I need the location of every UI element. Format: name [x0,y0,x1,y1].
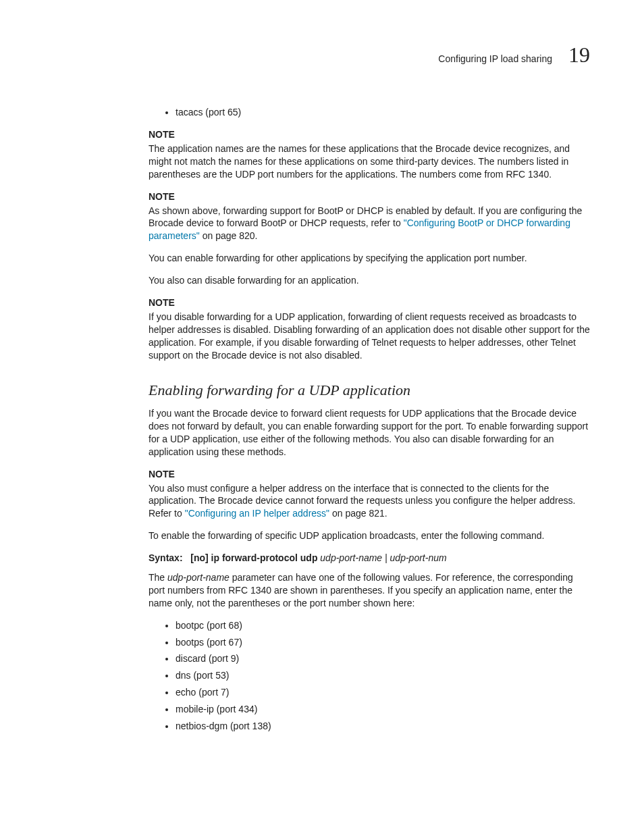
paragraph: To enable the forwarding of specific UDP… [149,529,590,542]
syntax-label: Syntax: [149,552,183,563]
syntax-command: [no] ip forward-protocol udp [190,552,317,563]
page-header: Configuring IP load sharing 19 [149,41,590,70]
link-ip-helper-address[interactable]: "Configuring an IP helper address" [185,508,329,519]
note-body: You also must configure a helper address… [149,482,590,521]
list-item: dns (port 53) [176,669,590,682]
port-value-list: bootpc (port 68) bootps (port 67) discar… [149,619,590,733]
document-page: Configuring IP load sharing 19 tacacs (p… [0,0,644,834]
paragraph: You also can disable forwarding for an a… [149,274,590,287]
note-body: As shown above, forwarding support for B… [149,205,590,243]
syntax-line: Syntax: [no] ip forward-protocol udp udp… [149,552,590,565]
note-label: NOTE [149,128,590,141]
note-body: If you disable forwarding for a UDP appl… [149,311,590,362]
list-item: bootps (port 67) [176,636,590,649]
section-heading: Enabling forwarding for a UDP applicatio… [149,380,590,400]
note-text: on page 820. [200,230,258,241]
list-item: tacacs (port 65) [176,106,590,119]
param-name: udp-port-name [167,572,230,583]
list-item: discard (port 9) [176,652,590,665]
note-text: on page 821. [329,508,387,519]
list-item: echo (port 7) [176,686,590,699]
list-item: mobile-ip (port 434) [176,703,590,716]
syntax-args: udp-port-name | udp-port-num [320,552,446,563]
note-label: NOTE [149,190,590,203]
chapter-number: 19 [568,41,590,70]
top-port-list: tacacs (port 65) [149,106,590,119]
paragraph: If you want the Brocade device to forwar… [149,407,590,459]
note-label: NOTE [149,296,590,309]
paragraph: The udp-port-name parameter can have one… [149,571,590,610]
list-item: netbios-dgm (port 138) [176,720,590,733]
list-item: bootpc (port 68) [176,619,590,632]
paragraph: You can enable forwarding for other appl… [149,252,590,265]
param-text: The [149,572,167,583]
note-label: NOTE [149,468,590,481]
header-title: Configuring IP load sharing [438,53,552,66]
note-body: The application names are the names for … [149,142,590,181]
